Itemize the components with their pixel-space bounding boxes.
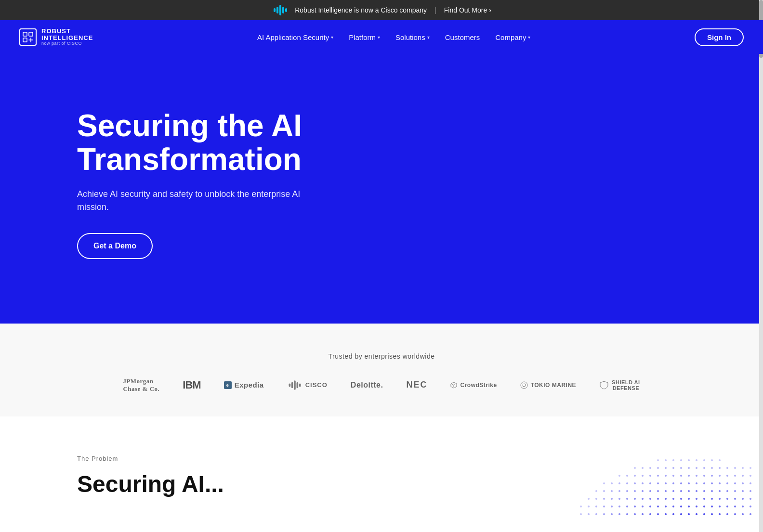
svg-point-164 — [711, 513, 713, 515]
svg-point-100 — [742, 490, 744, 492]
svg-rect-2 — [282, 7, 284, 13]
svg-point-94 — [696, 490, 697, 492]
svg-point-143 — [726, 506, 728, 507]
svg-point-105 — [611, 498, 613, 500]
svg-point-167 — [734, 513, 736, 515]
svg-point-114 — [680, 498, 682, 500]
svg-point-151 — [611, 513, 613, 515]
bottom-section: The Problem Securing AI... — [0, 416, 763, 517]
svg-point-53 — [696, 475, 697, 477]
svg-point-129 — [618, 506, 620, 507]
svg-point-158 — [665, 513, 667, 515]
svg-point-142 — [719, 506, 721, 507]
scrollbar-track[interactable] — [759, 0, 763, 517]
svg-point-29 — [649, 467, 651, 469]
logo-text: ROBUSTINTELLIGENCE now part of CISCO — [41, 28, 93, 46]
svg-point-83 — [611, 490, 613, 492]
svg-point-112 — [665, 498, 667, 500]
svg-point-153 — [626, 513, 628, 515]
nav-item-customers[interactable]: Customers — [445, 33, 480, 41]
nav-item-ai-security[interactable]: AI Application Security ▾ — [257, 33, 333, 41]
nav-item-solutions[interactable]: Solutions ▾ — [395, 33, 430, 41]
chevron-down-icon: ▾ — [427, 35, 430, 40]
svg-point-86 — [634, 490, 636, 492]
nav-item-company[interactable]: Company ▾ — [495, 33, 530, 41]
svg-point-136 — [672, 506, 674, 507]
svg-point-82 — [603, 490, 605, 492]
svg-point-159 — [672, 513, 674, 515]
svg-point-23 — [696, 459, 697, 461]
cisco-banner-logo — [272, 5, 289, 15]
svg-point-134 — [657, 506, 659, 507]
svg-point-52 — [688, 475, 690, 477]
svg-point-169 — [750, 513, 751, 515]
banner-text: Robust Intelligence is now a Cisco compa… — [295, 6, 427, 14]
nav-links: AI Application Security ▾ Platform ▾ Sol… — [257, 33, 531, 41]
svg-point-57 — [726, 475, 728, 477]
svg-point-78 — [734, 482, 736, 484]
svg-point-154 — [634, 513, 636, 515]
hero-heading-line2: Transformation — [77, 142, 302, 177]
svg-point-128 — [611, 506, 613, 507]
svg-point-26 — [719, 459, 721, 461]
svg-point-160 — [680, 513, 682, 515]
svg-point-46 — [642, 475, 644, 477]
svg-point-64 — [626, 482, 628, 484]
svg-point-39 — [726, 467, 728, 469]
svg-point-70 — [672, 482, 674, 484]
svg-point-123 — [750, 498, 751, 500]
svg-point-122 — [742, 498, 744, 500]
svg-rect-5 — [23, 32, 27, 36]
svg-point-68 — [657, 482, 659, 484]
svg-point-19 — [665, 459, 667, 461]
svg-point-41 — [742, 467, 744, 469]
banner-divider: | — [434, 6, 436, 14]
svg-point-25 — [711, 459, 713, 461]
svg-point-117 — [703, 498, 705, 500]
nav-link-solutions[interactable]: Solutions ▾ — [395, 33, 430, 41]
svg-point-91 — [672, 490, 674, 492]
svg-point-89 — [657, 490, 659, 492]
nav-link-ai-security[interactable]: AI Application Security ▾ — [257, 33, 333, 41]
nav-link-platform[interactable]: Platform ▾ — [349, 33, 380, 41]
svg-point-55 — [711, 475, 713, 477]
svg-point-155 — [642, 513, 644, 515]
svg-rect-10 — [294, 380, 296, 390]
svg-point-30 — [657, 467, 659, 469]
logo-link[interactable]: ROBUSTINTELLIGENCE now part of CISCO — [19, 28, 93, 46]
dot-pattern-svg — [522, 396, 763, 517]
hero-section: Securing the AI Transformation Achieve A… — [0, 54, 763, 324]
find-out-more-link[interactable]: Find Out More › — [444, 6, 491, 14]
svg-point-42 — [750, 467, 751, 469]
svg-rect-11 — [291, 382, 293, 388]
svg-point-126 — [595, 506, 597, 507]
svg-point-35 — [696, 467, 697, 469]
svg-point-43 — [618, 475, 620, 477]
svg-point-147 — [580, 513, 582, 515]
shield-icon — [599, 380, 609, 390]
hero-subtext: Achieve AI security and safety to unbloc… — [77, 188, 328, 214]
svg-point-45 — [634, 475, 636, 477]
svg-point-118 — [711, 498, 713, 500]
svg-point-18 — [657, 459, 659, 461]
sign-in-button[interactable]: Sign In — [695, 28, 744, 46]
svg-point-140 — [703, 506, 705, 507]
nav-link-company[interactable]: Company ▾ — [495, 33, 530, 41]
svg-point-133 — [649, 506, 651, 507]
svg-point-50 — [672, 475, 674, 477]
svg-point-73 — [696, 482, 697, 484]
nav-item-platform[interactable]: Platform ▾ — [349, 33, 380, 41]
hero-heading-line1: Securing the AI — [77, 108, 302, 143]
svg-point-51 — [680, 475, 682, 477]
svg-point-150 — [603, 513, 605, 515]
svg-rect-3 — [274, 8, 276, 12]
svg-point-65 — [634, 482, 636, 484]
svg-point-130 — [626, 506, 628, 507]
svg-point-27 — [634, 467, 636, 469]
ibm-logo: IBM — [183, 379, 200, 391]
svg-point-162 — [696, 513, 697, 515]
svg-point-104 — [603, 498, 605, 500]
get-demo-button[interactable]: Get a Demo — [77, 233, 153, 259]
nav-link-customers[interactable]: Customers — [445, 33, 480, 41]
svg-point-90 — [665, 490, 667, 492]
